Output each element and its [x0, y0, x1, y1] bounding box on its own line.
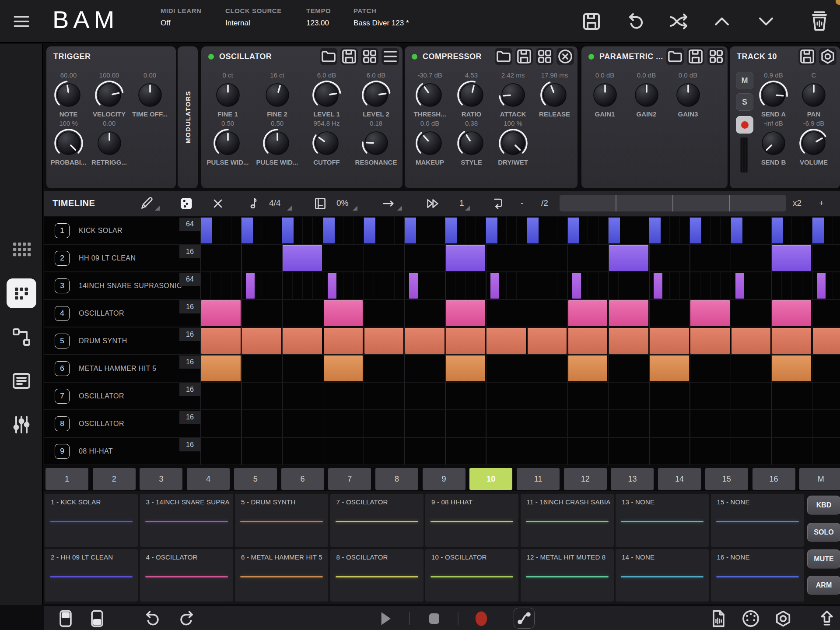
step-block[interactable]	[528, 328, 567, 354]
step-block[interactable]	[242, 328, 281, 354]
trash-audio-icon[interactable]	[809, 11, 830, 32]
step-block[interactable]	[772, 245, 812, 271]
midi-icon[interactable]	[741, 609, 760, 628]
pad-cell[interactable]: 7 - OSCILLATOR	[330, 494, 424, 547]
folder-icon[interactable]	[495, 48, 512, 65]
pad-cell[interactable]: 10 - OSCILLATOR	[425, 549, 518, 602]
track-name[interactable]: OSCILLATOR	[79, 392, 124, 400]
pattern-button-9[interactable]: 9	[423, 468, 466, 490]
step-block[interactable]	[323, 218, 335, 243]
layout-top-icon[interactable]	[56, 609, 75, 628]
step-block[interactable]	[246, 273, 255, 299]
knob-volume[interactable]: -6.9 dB VOLUME	[794, 119, 834, 167]
track-name[interactable]: 08 HI-HAT	[79, 447, 113, 455]
track-number-badge[interactable]: 4	[55, 306, 70, 321]
pattern-mute-button[interactable]: M	[799, 468, 840, 490]
step-block[interactable]	[446, 245, 485, 271]
track-number-badge[interactable]: 1	[55, 223, 70, 238]
folder-icon[interactable]	[320, 48, 337, 65]
step-block[interactable]	[486, 218, 497, 243]
pad-cell[interactable]: 1 - KICK SOLAR	[45, 494, 138, 547]
track-name[interactable]: HH 09 LT CLEAN	[79, 254, 136, 262]
pattern-button-3[interactable]: 3	[140, 468, 182, 490]
knob-gain2[interactable]: 0.0 dB GAIN2	[626, 71, 667, 119]
step-block[interactable]	[568, 300, 608, 326]
settings-icon[interactable]	[774, 609, 793, 628]
pattern-button-2[interactable]: 2	[93, 468, 136, 490]
pad-cell[interactable]: 9 - 08 HI-HAT	[425, 494, 518, 547]
pattern-button-4[interactable]: 4	[187, 468, 230, 490]
knob-velocity[interactable]: 100.00 VELOCITY	[89, 71, 130, 119]
clear-icon[interactable]	[211, 197, 225, 211]
pattern-button-10[interactable]: 10	[469, 468, 512, 490]
track-name[interactable]: OSCILLATOR	[79, 310, 124, 317]
step-block[interactable]	[490, 273, 499, 299]
knob-send-b[interactable]: -inf dB SEND B	[753, 119, 794, 167]
knob-attack[interactable]: 2.42 ms ATTACK	[492, 71, 534, 119]
knob-send-a[interactable]: 0.9 dB SEND A	[753, 71, 794, 119]
knob-ratio[interactable]: 4.53 RATIO	[451, 71, 492, 119]
step-block[interactable]	[772, 355, 812, 381]
knob-thresh-[interactable]: -30.7 dB THRESH...	[409, 71, 451, 119]
step-block[interactable]	[735, 273, 744, 299]
step-block[interactable]	[650, 355, 689, 381]
step-block[interactable]	[446, 300, 485, 326]
patch-field[interactable]: PATCH Bass Diver 123 *	[354, 7, 409, 28]
track-name[interactable]: OSCILLATOR	[79, 420, 124, 428]
step-block[interactable]	[609, 300, 648, 326]
step-block[interactable]	[201, 355, 241, 381]
step-grid[interactable]	[200, 245, 840, 271]
zoom-level[interactable]: x2	[793, 198, 802, 208]
pattern-button-8[interactable]: 8	[375, 468, 418, 490]
pattern-button-6[interactable]: 6	[281, 468, 324, 490]
knob-retrigg-[interactable]: 0.00 RETRIGG...	[89, 119, 130, 167]
knob-gain3[interactable]: 0.0 dB GAIN3	[667, 71, 709, 119]
knob-level-2[interactable]: 6.0 dB LEVEL 2	[351, 71, 401, 119]
track-name[interactable]: DRUM SYNTH	[79, 337, 127, 345]
knob-note[interactable]: 60.00 NOTE	[48, 71, 89, 119]
pad-cell[interactable]: 16 - NONE	[711, 549, 804, 602]
track-name[interactable]: METAL HAMMER HIT 5	[79, 365, 157, 373]
time-signature-value[interactable]: 4/4	[269, 198, 280, 208]
step-grid[interactable]	[200, 355, 840, 382]
step-block[interactable]	[572, 273, 581, 299]
save-icon[interactable]	[340, 48, 358, 65]
step-grid[interactable]	[200, 410, 840, 437]
knob-pulse-wid-[interactable]: 0.50 PULSE WID...	[252, 119, 302, 167]
punch-icon[interactable]	[313, 197, 327, 211]
fast-forward-icon[interactable]	[426, 197, 440, 211]
track-step-count[interactable]: 16	[179, 383, 200, 396]
step-block[interactable]	[324, 300, 363, 326]
arm-button[interactable]: ARM	[807, 576, 840, 595]
save-icon[interactable]	[515, 48, 533, 65]
track-number-badge[interactable]: 6	[55, 361, 70, 376]
grid-view-icon[interactable]	[361, 48, 378, 65]
collapse-down-icon[interactable]	[756, 11, 777, 32]
pad-cell[interactable]: 14 - NONE	[616, 549, 709, 602]
metronome-note-icon[interactable]	[246, 197, 260, 211]
step-block[interactable]	[690, 218, 701, 243]
pencil-icon[interactable]	[140, 197, 154, 211]
step-block[interactable]	[201, 218, 212, 243]
step-block[interactable]	[283, 245, 322, 271]
sequencer-view-button[interactable]	[7, 278, 36, 308]
grid-view-icon[interactable]	[707, 48, 725, 65]
pad-cell[interactable]: 3 - 14INCH SNARE SUPRA...	[140, 494, 233, 547]
knob-makeup[interactable]: 0.0 dB MAKEUP	[409, 119, 451, 167]
step-block[interactable]	[568, 218, 579, 243]
track-step-count[interactable]: 64	[179, 218, 200, 231]
knob-dry-wet[interactable]: 100 % DRY/WET	[492, 119, 534, 167]
pad-cell[interactable]: 15 - NONE	[711, 494, 804, 547]
audio-file-icon[interactable]	[709, 609, 728, 628]
step-block[interactable]	[201, 300, 241, 326]
knob-release[interactable]: 17.98 ms RELEASE	[534, 71, 575, 119]
modulators-tab[interactable]: MODULATORS	[178, 46, 198, 188]
step-block[interactable]	[690, 328, 730, 354]
track-step-count[interactable]: 16	[179, 411, 200, 424]
undo-icon[interactable]	[625, 11, 646, 32]
track-name[interactable]: 14INCH SNARE SUPRASONIC	[79, 282, 182, 290]
pad-cell[interactable]: 13 - NONE	[616, 494, 709, 547]
knob-gain1[interactable]: 0.0 dB GAIN1	[584, 71, 626, 119]
pad-cell[interactable]: 11 - 16INCH CRASH SABIA...	[521, 494, 614, 547]
tempo-field[interactable]: TEMPO 123.00	[306, 7, 331, 28]
